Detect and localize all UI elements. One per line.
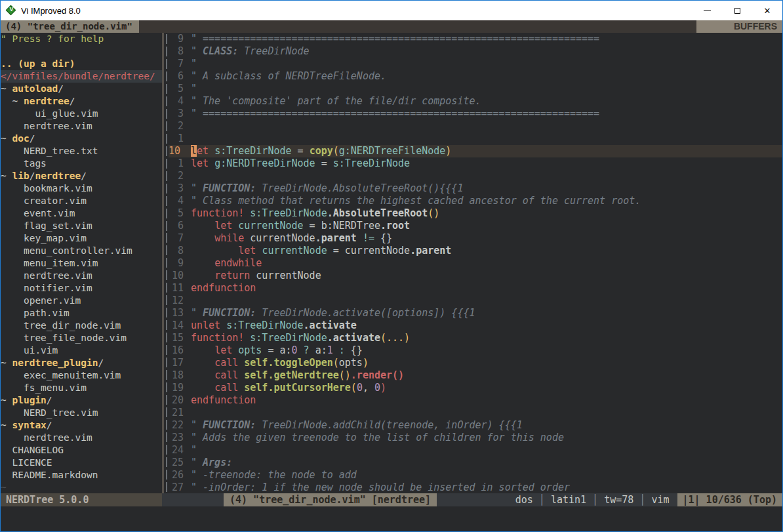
tree-item[interactable]: exec_menuitem.vim [1,369,162,382]
code-line[interactable]: 26" -treenode: the node to add [169,469,782,481]
tree-item[interactable]: CHANGELOG [1,444,162,457]
code-line[interactable]: 7" [169,58,782,70]
tree-item[interactable]: ~ autoload/ [1,83,162,95]
close-icon: ✕ [764,6,771,16]
cursor-position-status: |1| 10/636 (Top) [677,493,783,506]
tree-item[interactable]: NERD_tree.txt [1,145,162,157]
code-line[interactable]: 23" Adds the given treenode to the list … [169,432,782,444]
code-line[interactable]: 10 return currentNode [169,270,782,282]
tree-item[interactable]: " Press ? for help [1,33,162,45]
nerdtree-status: NERDTree 5.0.0 [1,493,162,506]
tree-item[interactable]: path.vim [1,307,162,319]
tree-item[interactable]: fs_menu.vim [1,382,162,394]
code-line[interactable]: 5" [169,83,782,95]
tree-item[interactable]: key_map.vim [1,232,162,245]
tree-item[interactable]: NERD_tree.vim [1,407,162,419]
code-line[interactable]: 6 let currentNode = b:NERDTree.root [169,220,782,232]
code-line[interactable]: 1let g:NERDTreeDirNode = s:TreeDirNode [169,157,782,170]
code-line[interactable]: 9" =====================================… [169,33,782,45]
code-line[interactable]: 18 call self.getNerdtree().render() [169,369,782,382]
minimize-button[interactable] [692,1,722,20]
code-line[interactable]: 4" Class method that returns the highest… [169,195,782,207]
code-line[interactable]: 8" CLASS: TreeDirNode [169,45,782,58]
titlebar: V Vi IMproved 8.0 ✕ [1,1,782,20]
tree-item[interactable]: menu_controller.vim [1,245,162,257]
code-line[interactable]: 19 call self.putCursorHere(0, 0) [169,382,782,394]
code-line[interactable]: 15function! s:TreeDirNode.activate(...) [169,332,782,344]
window-split-separator[interactable] [162,33,169,493]
tree-item[interactable]: tree_file_node.vim [1,332,162,344]
main-content: " Press ? for help.. (up a dir)</vimfile… [1,33,782,493]
tree-item[interactable]: README.markdown [1,469,162,481]
tree-item[interactable]: tags [1,157,162,170]
tree-item[interactable]: nerdtree.vim [1,432,162,444]
code-line[interactable]: 27" -inOrder: 1 if the new node should b… [169,481,782,493]
tree-item[interactable]: </vimfiles/bundle/nerdtree/ [1,70,162,83]
tree-item[interactable]: notifier.vim [1,282,162,295]
code-line[interactable]: 5function! s:TreeDirNode.AbsoluteTreeRoo… [169,207,782,220]
code-line[interactable]: 20endfunction [169,394,782,407]
code-line[interactable]: 25" Args: [169,457,782,469]
tree-item[interactable]: ~ doc/ [1,133,162,145]
editor-buffer: 9" =====================================… [169,33,782,493]
tree-item[interactable]: ui_glue.vim [1,108,162,120]
code-line[interactable]: 3" =====================================… [169,108,782,120]
tree-item[interactable] [1,45,162,58]
tree-item[interactable]: event.vim [1,207,162,220]
code-line-current[interactable]: 10let s:TreeDirNode = copy(g:NERDTreeFil… [169,145,782,157]
code-line[interactable]: 2 [169,170,782,182]
tree-item[interactable]: tree_dir_node.vim [1,319,162,332]
tree-item[interactable]: ~ plugin/ [1,394,162,407]
tree-item[interactable]: flag_set.vim [1,220,162,232]
tree-item[interactable]: bookmark.vim [1,182,162,195]
maximize-button[interactable] [722,1,752,20]
tabline-fill [139,20,696,33]
vim-window: V Vi IMproved 8.0 ✕ (4) "tree_dir_node.v… [0,0,783,532]
code-line[interactable]: 14unlet s:TreeDirNode.activate [169,319,782,332]
code-line[interactable]: 11endfunction [169,282,782,295]
statusline-gap [162,493,224,506]
tree-item[interactable]: LICENCE [1,457,162,469]
file-format-status: dos │ latin1 │ tw=78 │ vim [515,493,677,506]
code-line[interactable]: 16 let opts = a:0 ? a:1 : {} [169,344,782,357]
code-line[interactable]: 3" FUNCTION: TreeDirNode.AbsoluteTreeRoo… [169,182,782,195]
tree-item[interactable]: ~ syntax/ [1,419,162,432]
tree-item[interactable]: ~ [1,481,162,493]
code-line[interactable]: 4" The 'composite' part of the file/dir … [169,95,782,108]
statusline: NERDTree 5.0.0 (4) "tree_dir_node.vim" [… [1,493,782,506]
tabline: (4) "tree_dir_node.vim" BUFFERS [1,20,782,33]
code-line[interactable]: 1 [169,133,782,145]
code-line[interactable]: 21 [169,407,782,419]
tree-item[interactable]: ~ nerdtree_plugin/ [1,357,162,369]
buffers-label: BUFFERS [696,20,782,33]
tree-item[interactable]: ~ lib/nerdtree/ [1,170,162,182]
window-title: Vi IMproved 8.0 [21,6,81,16]
code-line[interactable]: 7 while currentNode.parent != {} [169,232,782,245]
command-line[interactable] [1,506,782,531]
tree-item[interactable]: nerdtree.vim [1,270,162,282]
statusline-spring [437,493,515,506]
tree-item[interactable]: .. (up a dir) [1,58,162,70]
code-line[interactable]: 2 [169,120,782,133]
code-line[interactable]: 9 endwhile [169,257,782,270]
buffer-name-status: (4) "tree_dir_node.vim" [nerdtree] [224,493,437,506]
vim-logo-icon: V [6,5,17,16]
code-line[interactable]: 17 call self.toggleOpen(opts) [169,357,782,369]
code-line[interactable]: 22" FUNCTION: TreeDirNode.addChild(treen… [169,419,782,432]
minimize-icon [704,10,711,11]
code-line[interactable]: 24" [169,444,782,457]
maximize-icon [734,8,740,14]
tree-item[interactable]: opener.vim [1,295,162,307]
code-line[interactable]: 6" A subclass of NERDTreeFileNode. [169,70,782,83]
tree-item[interactable]: ui.vim [1,344,162,357]
tree-item[interactable]: menu_item.vim [1,257,162,270]
tree-item[interactable]: ~ nerdtree/ [1,95,162,108]
tab-tree-dir-node[interactable]: (4) "tree_dir_node.vim" [1,20,139,33]
tree-item[interactable]: nerdtree.vim [1,120,162,133]
nerdtree-panel: " Press ? for help.. (up a dir)</vimfile… [1,33,162,493]
code-line[interactable]: 8 let currentNode = currentNode.parent [169,245,782,257]
close-button[interactable]: ✕ [752,1,782,20]
code-line[interactable]: 12 [169,295,782,307]
code-line[interactable]: 13" FUNCTION: TreeDirNode.activate([opti… [169,307,782,319]
tree-item[interactable]: creator.vim [1,195,162,207]
